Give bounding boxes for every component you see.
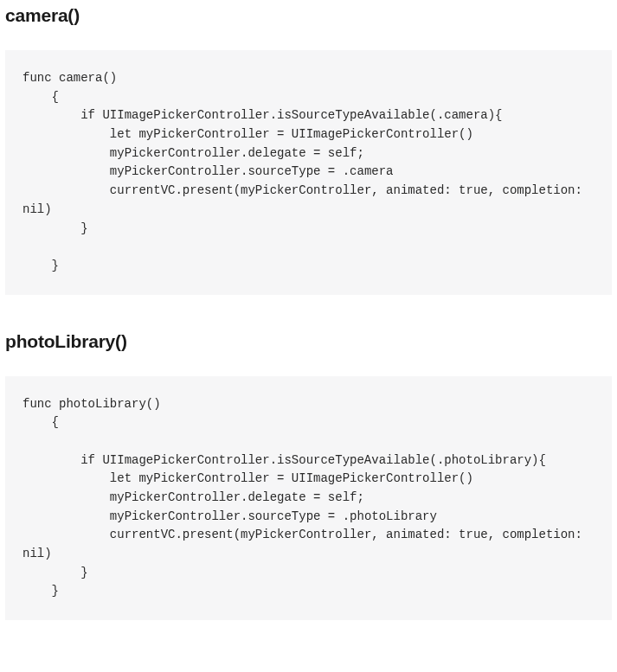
section-heading-photolibrary: photoLibrary() [5,331,612,352]
code-block-photolibrary: func photoLibrary() { if UIImagePickerCo… [5,376,612,621]
section-heading-camera: camera() [5,5,612,26]
code-block-camera: func camera() { if UIImagePickerControll… [5,50,612,295]
